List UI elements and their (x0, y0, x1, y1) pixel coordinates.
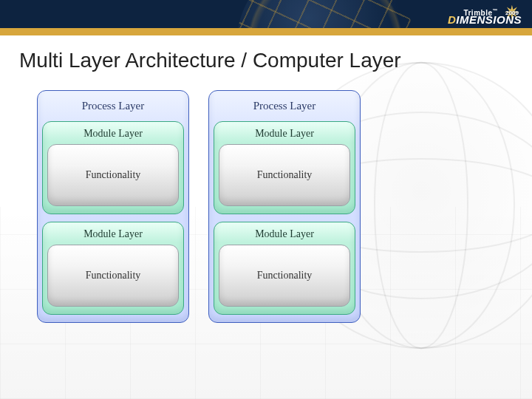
process-layer-card: Process Layer Module Layer Functionality… (37, 90, 189, 323)
module-layer-card: Module Layer Functionality (42, 121, 184, 214)
functionality-label: Functionality (257, 169, 313, 181)
module-layer-card: Module Layer Functionality (42, 222, 184, 315)
architecture-diagram: Process Layer Module Layer Functionality… (37, 90, 513, 323)
process-layer-card: Process Layer Module Layer Functionality… (208, 90, 361, 323)
process-layer-label: Process Layer (42, 95, 184, 118)
globe-graphic (236, 0, 414, 35)
functionality-card: Functionality (219, 245, 350, 307)
functionality-label: Functionality (86, 169, 141, 181)
functionality-label: Functionality (257, 270, 313, 282)
brand-product: DIMENSIONS (448, 13, 522, 26)
functionality-card: Functionality (47, 144, 179, 206)
module-layer-card: Module Layer Functionality (214, 222, 355, 315)
slide-body: Multi Layer Architecture / Computer Laye… (0, 35, 532, 399)
functionality-card: Functionality (47, 245, 179, 307)
module-layer-label: Module Layer (47, 125, 179, 144)
functionality-card: Functionality (219, 144, 350, 206)
brand-product-rest: IMENSIONS (456, 13, 522, 26)
slide-title: Multi Layer Architecture / Computer Laye… (19, 49, 513, 72)
module-layer-label: Module Layer (219, 125, 350, 144)
module-layer-label: Module Layer (47, 225, 179, 245)
brand-product-accent: D (448, 13, 456, 26)
slide-header: Trimble™ ✷ 2009 DIMENSIONS (0, 0, 532, 35)
module-layer-card: Module Layer Functionality (214, 121, 355, 214)
process-layer-label: Process Layer (214, 95, 355, 118)
functionality-label: Functionality (86, 270, 141, 282)
module-layer-label: Module Layer (219, 225, 350, 245)
trademark-icon: ™ (493, 8, 499, 13)
